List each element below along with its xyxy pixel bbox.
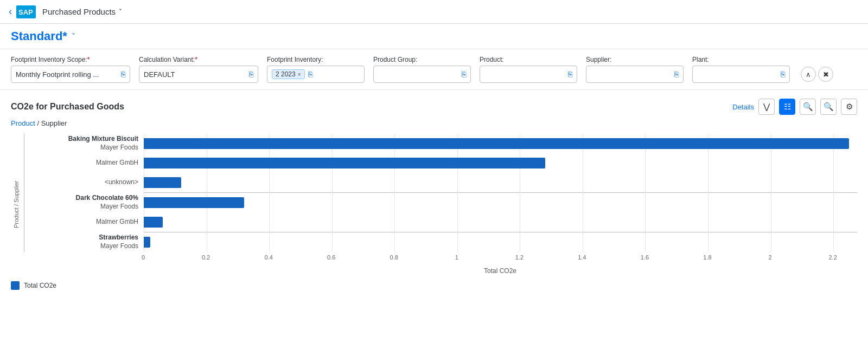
bar-row: <unknown>	[24, 173, 857, 192]
collapse-button[interactable]: ∧	[801, 67, 816, 82]
inventory-input[interactable]: 2 2023 × ⎘	[267, 66, 365, 83]
inventory-label: Footprint Inventory:	[267, 56, 365, 63]
y-axis-label: Product / Supplier	[11, 134, 22, 275]
filter-plant-field: Plant: ⎘	[692, 56, 790, 83]
variant-copy-icon[interactable]: ⎘	[249, 70, 253, 79]
scope-copy-icon[interactable]: ⎘	[121, 70, 125, 79]
filter-variant-field: Calculation Variant:* DEFAULT ⎘	[139, 56, 258, 83]
chart-header: CO2e for Purchased Goods Details ⋁ ☷ 🔍 🔍…	[11, 99, 857, 115]
x-tick: 1.6	[641, 254, 649, 261]
bar-fill	[144, 237, 150, 248]
product-group-label: Product Group:	[373, 56, 471, 63]
chart-settings-button[interactable]: ⚙	[841, 99, 857, 115]
breadcrumb-product-link[interactable]: Product	[11, 119, 35, 127]
zoom-out-button[interactable]: 🔍	[820, 99, 837, 115]
chart-table-button[interactable]: ☷	[779, 99, 795, 115]
x-tick: 2	[768, 254, 771, 261]
back-button[interactable]: ‹	[9, 6, 12, 17]
x-tick: 0.2	[202, 254, 210, 261]
variant-value: DEFAULT	[144, 70, 246, 79]
x-tick: 1	[455, 254, 458, 261]
variant-input[interactable]: DEFAULT ⎘	[139, 66, 258, 83]
plant-input[interactable]: ⎘	[692, 66, 790, 83]
bar-fill	[144, 158, 545, 168]
breadcrumb: Product / Supplier	[11, 119, 857, 127]
filter-scope-field: Footprint Inventory Scope:* Monthly Foot…	[11, 56, 130, 83]
product-input[interactable]: ⎘	[480, 66, 577, 83]
inventory-copy-icon[interactable]: ⎘	[308, 70, 312, 79]
top-bar: ‹ SAP Purchased Products ˅	[0, 0, 868, 24]
scope-label: Footprint Inventory Scope:*	[11, 56, 130, 63]
x-tick: 0.4	[264, 254, 272, 261]
inventory-token-close[interactable]: ×	[298, 72, 301, 77]
x-tick: 1.4	[578, 254, 586, 261]
chart-body: Product / Supplier Baking Mixture Biscui…	[11, 134, 857, 275]
sap-logo-icon: SAP	[16, 5, 36, 18]
bar-supplier-label: Mayer Foods	[100, 203, 138, 211]
bar-product-label: Dark Chocolate 60%	[76, 194, 138, 203]
bar-row: Baking Mixture BiscuitMayer Foods	[24, 134, 857, 153]
plant-copy-icon[interactable]: ⎘	[781, 70, 785, 79]
zoom-in-button[interactable]: 🔍	[800, 99, 816, 115]
view-title: Standard*	[11, 29, 67, 43]
chart-inner: Baking Mixture BiscuitMayer FoodsMalmer …	[24, 134, 857, 275]
bar-fill	[144, 177, 181, 188]
filter-bar: Footprint Inventory Scope:* Monthly Foot…	[0, 49, 868, 90]
chart-actions: Details ⋁ ☷ 🔍 🔍 ⚙	[732, 99, 857, 115]
plant-label: Plant:	[692, 56, 790, 63]
inventory-token: 2 2023 ×	[272, 69, 305, 79]
product-group-copy-icon[interactable]: ⎘	[462, 70, 466, 79]
filter-product-group-field: Product Group: ⎘	[373, 56, 471, 83]
details-link[interactable]: Details	[732, 103, 754, 111]
supplier-label: Supplier:	[586, 56, 684, 63]
supplier-input[interactable]: ⎘	[586, 66, 684, 83]
x-axis: 00.20.40.60.811.21.41.61.822.2	[143, 254, 857, 265]
x-tick: 2.2	[828, 254, 837, 261]
x-axis-title: Total CO2e	[143, 267, 857, 275]
page-title: Purchased Products	[42, 7, 116, 16]
scope-value: Monthly Footprint rolling ...	[16, 70, 118, 79]
product-group-input[interactable]: ⎘	[373, 66, 471, 83]
view-dropdown-icon[interactable]: ˅	[72, 32, 75, 41]
bar-supplier-label: Mayer Foods	[100, 144, 138, 152]
bar-product-label: Baking Mixture Biscuit	[68, 135, 138, 144]
svg-text:SAP: SAP	[18, 8, 33, 16]
bar-fill	[144, 138, 849, 149]
chart-legend: Total CO2e	[11, 281, 857, 290]
bar-fill	[144, 197, 244, 208]
filter-row: Footprint Inventory Scope:* Monthly Foot…	[11, 56, 857, 83]
chart-container: Product / Supplier Baking Mixture Biscui…	[11, 134, 857, 290]
x-tick: 1.8	[703, 254, 711, 261]
supplier-copy-icon[interactable]: ⎘	[674, 70, 679, 79]
bar-supplier-label: Malmer GmbH	[96, 159, 138, 167]
chart-title: CO2e for Purchased Goods	[11, 102, 124, 112]
chart-section: CO2e for Purchased Goods Details ⋁ ☷ 🔍 🔍…	[0, 90, 868, 299]
bar-product-label: Strawberries	[99, 234, 138, 242]
product-label: Product:	[480, 56, 577, 63]
x-tick: 0.6	[327, 254, 335, 261]
bar-row: Malmer GmbH	[24, 212, 857, 232]
legend-label: Total CO2e	[24, 282, 56, 289]
filter-supplier-field: Supplier: ⎘	[586, 56, 684, 83]
filter-settings-button[interactable]: ✖	[818, 67, 833, 82]
x-tick: 0.8	[390, 254, 398, 261]
bar-row: StrawberriesMayer Foods	[24, 232, 857, 252]
breadcrumb-separator: / Supplier	[37, 119, 67, 127]
bar-supplier-label: <unknown>	[105, 178, 138, 187]
filter-actions: ∧ ✖	[801, 67, 833, 83]
bar-row: Malmer GmbH	[24, 153, 857, 173]
collapse-chart-button[interactable]: ⋁	[758, 99, 775, 115]
bar-supplier-label: Malmer GmbH	[96, 218, 138, 226]
x-tick: 0	[142, 254, 145, 261]
bar-supplier-label: Mayer Foods	[100, 242, 138, 251]
product-copy-icon[interactable]: ⎘	[568, 70, 572, 79]
filter-product-field: Product: ⎘	[480, 56, 577, 83]
bar-fill	[144, 217, 163, 228]
bar-row: Dark Chocolate 60%Mayer Foods	[24, 193, 857, 212]
page-title-dropdown-icon[interactable]: ˅	[119, 8, 122, 16]
scope-input[interactable]: Monthly Footprint rolling ... ⎘	[11, 66, 130, 83]
variant-label: Calculation Variant:*	[139, 56, 258, 63]
x-tick: 1.2	[515, 254, 524, 261]
view-header: Standard* ˅	[0, 24, 868, 49]
legend-color-box	[11, 281, 20, 290]
